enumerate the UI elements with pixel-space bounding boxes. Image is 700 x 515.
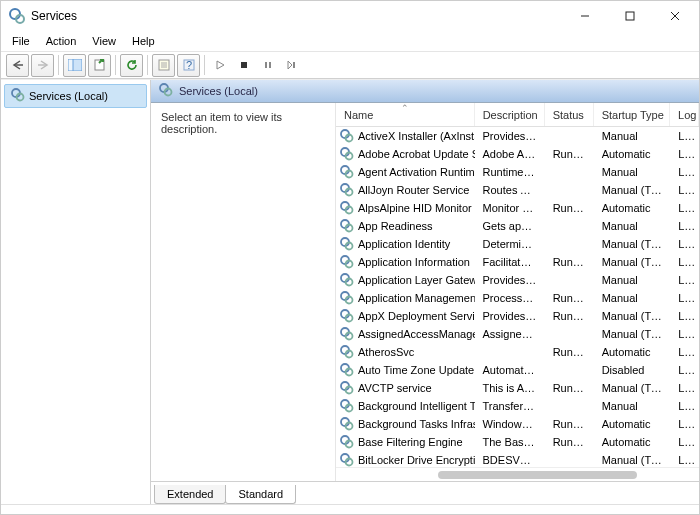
horizontal-scrollbar[interactable]: [336, 467, 699, 481]
svg-rect-19: [269, 62, 271, 68]
service-name: Application Layer Gateway ...: [358, 274, 475, 286]
column-status[interactable]: Status: [545, 103, 594, 126]
service-description: Facilitates t...: [475, 256, 545, 268]
restart-service-button[interactable]: [281, 54, 303, 76]
table-row[interactable]: Application IdentityDetermines ...Manual…: [336, 235, 699, 253]
service-status: Running: [545, 202, 594, 214]
table-row[interactable]: BitLocker Drive Encryption ...BDESVC hos…: [336, 451, 699, 467]
service-description: Processes in...: [475, 292, 545, 304]
service-name: Base Filtering Engine: [358, 436, 463, 448]
table-row[interactable]: ActiveX Installer (AxInstSV)Provides Us.…: [336, 127, 699, 145]
service-rows[interactable]: ActiveX Installer (AxInstSV)Provides Us.…: [336, 127, 699, 467]
table-row[interactable]: Base Filtering EngineThe Base Filt...Run…: [336, 433, 699, 451]
gear-icon: [340, 183, 354, 197]
help-button[interactable]: ?: [177, 54, 200, 77]
service-logon: Loc: [670, 220, 699, 232]
table-row[interactable]: AVCTP serviceThis is Audi...RunningManua…: [336, 379, 699, 397]
service-status: Running: [545, 418, 594, 430]
service-startup: Manual: [594, 220, 671, 232]
service-description: AssignedAc...: [475, 328, 545, 340]
description-pane: Select an item to view its description.: [151, 103, 336, 481]
table-row[interactable]: Adobe Acrobat Update Serv...Adobe Acro..…: [336, 145, 699, 163]
menu-help[interactable]: Help: [125, 33, 162, 49]
column-name[interactable]: Name: [336, 103, 475, 126]
table-row[interactable]: AlpsAlpine HID Monitor Ser...Monitor HI.…: [336, 199, 699, 217]
gear-icon: [340, 165, 354, 179]
column-headers: Name Description Status Startup Type Log…: [336, 103, 699, 127]
service-startup: Automatic: [594, 148, 671, 160]
gear-icon: [340, 273, 354, 287]
stop-service-button[interactable]: [233, 54, 255, 76]
service-logon: Loc: [670, 166, 699, 178]
service-name: Auto Time Zone Updater: [358, 364, 475, 376]
table-row[interactable]: AssignedAccessManager Se...AssignedAc...…: [336, 325, 699, 343]
service-startup: Automatic: [594, 202, 671, 214]
service-startup: Manual: [594, 400, 671, 412]
forward-button[interactable]: [31, 54, 54, 77]
service-startup: Manual (Trig...: [594, 454, 671, 466]
export-button[interactable]: [88, 54, 111, 77]
service-name: Agent Activation Runtime_...: [358, 166, 475, 178]
service-logon: Loc: [670, 382, 699, 394]
minimize-button[interactable]: [562, 2, 607, 30]
service-name: AVCTP service: [358, 382, 432, 394]
pause-service-button[interactable]: [257, 54, 279, 76]
table-row[interactable]: Background Tasks Infrastruc...Windows in…: [336, 415, 699, 433]
service-startup: Manual (Trig...: [594, 184, 671, 196]
service-startup: Manual: [594, 166, 671, 178]
svg-point-0: [10, 9, 20, 19]
table-row[interactable]: AppX Deployment Service (...Provides inf…: [336, 307, 699, 325]
service-description: Provides inf...: [475, 310, 545, 322]
table-row[interactable]: Application InformationFacilitates t...R…: [336, 253, 699, 271]
service-status: Running: [545, 256, 594, 268]
service-startup: Manual: [594, 130, 671, 142]
service-name: AllJoyn Router Service: [358, 184, 469, 196]
tree-pane: Services (Local): [1, 80, 151, 504]
service-logon: Loc: [670, 148, 699, 160]
service-name: AlpsAlpine HID Monitor Ser...: [358, 202, 475, 214]
gear-icon: [11, 88, 25, 104]
column-logon[interactable]: Log On As: [670, 103, 699, 126]
tab-extended[interactable]: Extended: [154, 485, 226, 504]
menu-action[interactable]: Action: [39, 33, 84, 49]
svg-rect-17: [241, 62, 247, 68]
table-row[interactable]: App ReadinessGets apps re...ManualLoc: [336, 217, 699, 235]
gear-icon: [340, 435, 354, 449]
gear-icon: [340, 345, 354, 359]
properties-button[interactable]: [152, 54, 175, 77]
show-hide-tree-button[interactable]: [63, 54, 86, 77]
service-status: Running: [545, 346, 594, 358]
column-description[interactable]: Description: [475, 103, 545, 126]
table-row[interactable]: Agent Activation Runtime_...Runtime for.…: [336, 163, 699, 181]
tab-standard[interactable]: Standard: [225, 485, 296, 504]
close-button[interactable]: [652, 2, 697, 30]
service-name: Application Information: [358, 256, 470, 268]
table-row[interactable]: AtherosSvcRunningAutomaticLoc: [336, 343, 699, 361]
tree-node-services-local[interactable]: Services (Local): [4, 84, 147, 108]
service-logon: Loc: [670, 328, 699, 340]
service-startup: Manual (Trig...: [594, 310, 671, 322]
table-row[interactable]: Application Layer Gateway ...Provides su…: [336, 271, 699, 289]
service-status: Running: [545, 148, 594, 160]
service-logon: Loc: [670, 418, 699, 430]
table-row[interactable]: Auto Time Zone UpdaterAutomatical...Disa…: [336, 361, 699, 379]
service-logon: Loc: [670, 130, 699, 142]
gear-icon: [340, 381, 354, 395]
column-startup[interactable]: Startup Type: [594, 103, 670, 126]
back-button[interactable]: [6, 54, 29, 77]
maximize-button[interactable]: [607, 2, 652, 30]
service-name: Adobe Acrobat Update Serv...: [358, 148, 475, 160]
refresh-button[interactable]: [120, 54, 143, 77]
table-row[interactable]: AllJoyn Router ServiceRoutes AllJoy...Ma…: [336, 181, 699, 199]
service-startup: Automatic: [594, 418, 671, 430]
service-logon: Loc: [670, 454, 699, 466]
service-description: Determines ...: [475, 238, 545, 250]
service-description: Gets apps re...: [475, 220, 545, 232]
service-name: Background Tasks Infrastruc...: [358, 418, 475, 430]
menu-file[interactable]: File: [5, 33, 37, 49]
table-row[interactable]: Background Intelligent Tran...Transfers …: [336, 397, 699, 415]
table-row[interactable]: Application ManagementProcesses in...Run…: [336, 289, 699, 307]
start-service-button[interactable]: [209, 54, 231, 76]
service-name: ActiveX Installer (AxInstSV): [358, 130, 475, 142]
menu-view[interactable]: View: [85, 33, 123, 49]
